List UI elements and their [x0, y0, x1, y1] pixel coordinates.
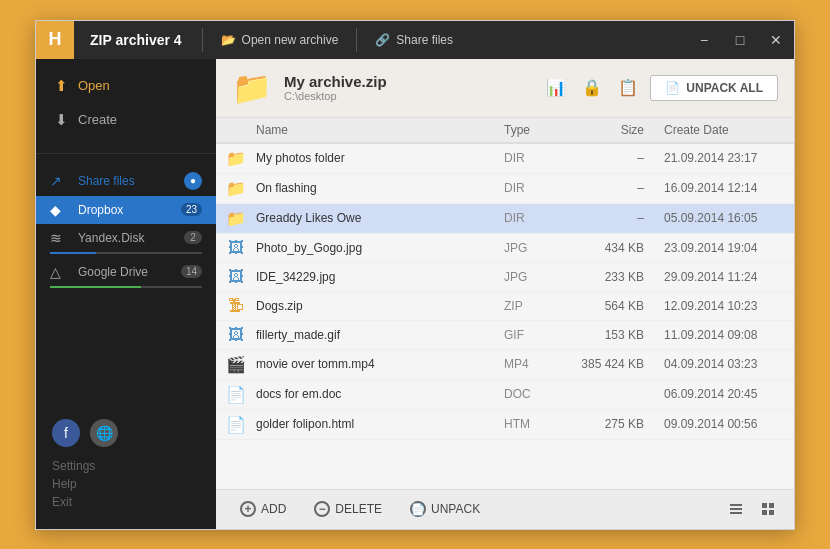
file-size: – [574, 181, 654, 195]
stats-icon[interactable]: 📊 [542, 76, 570, 99]
file-date: 09.09.2014 00:56 [654, 417, 794, 431]
table-row[interactable]: 📁Greaddy Likes OweDIR–05.09.2014 16:05 [216, 204, 794, 234]
file-size: 233 KB [574, 270, 654, 284]
file-type: GIF [504, 328, 574, 342]
file-name: movie over tomm.mp4 [256, 357, 504, 371]
table-row[interactable]: 🖼Photo_by_Gogo.jpgJPG434 KB23.09.2014 19… [216, 234, 794, 263]
file-icon-0: 📁 [216, 149, 256, 168]
close-button[interactable]: ✕ [758, 21, 794, 59]
table-row[interactable]: 🖼IDE_34229.jpgJPG233 KB29.09.2014 11:24 [216, 263, 794, 292]
file-name: Dogs.zip [256, 299, 504, 313]
open-new-label: Open new archive [242, 33, 339, 47]
app-title: ZIP archiver 4 [74, 32, 198, 48]
table-row[interactable]: 🖼fillerty_made.gifGIF153 KB11.09.2014 09… [216, 321, 794, 350]
archive-folder-icon: 📁 [232, 69, 272, 107]
svg-rect-5 [762, 510, 767, 515]
file-name: docs for em.doc [256, 387, 504, 401]
svg-rect-1 [730, 508, 742, 510]
file-list: 📁My photos folderDIR–21.09.2014 23:17📁On… [216, 144, 794, 489]
file-type: JPG [504, 241, 574, 255]
file-size: 275 KB [574, 417, 654, 431]
archive-path: C:\desktop [284, 90, 530, 102]
file-date: 16.09.2014 12:14 [654, 181, 794, 195]
settings-link[interactable]: Settings [52, 459, 200, 473]
exit-link[interactable]: Exit [52, 495, 200, 509]
list-view-icon [728, 501, 744, 517]
file-type: JPG [504, 270, 574, 284]
col-header-size: Size [574, 123, 654, 137]
help-link[interactable]: Help [52, 477, 200, 491]
file-size: 153 KB [574, 328, 654, 342]
col-header-date: Create Date [654, 123, 794, 137]
sidebar-links: Settings Help Exit [52, 459, 200, 509]
sidebar-divider1 [36, 153, 216, 154]
file-date: 04.09.2014 03:23 [654, 357, 794, 371]
info-icon[interactable]: 📋 [614, 76, 642, 99]
dropbox-icon: ◆ [50, 202, 72, 218]
sidebar-item-open[interactable]: ⬆ Open [36, 69, 216, 103]
file-type: DIR [504, 181, 574, 195]
add-button[interactable]: + ADD [228, 497, 298, 521]
table-row[interactable]: 📁On flashingDIR–16.09.2014 12:14 [216, 174, 794, 204]
yandex-label: Yandex.Disk [78, 231, 144, 245]
window-controls: − □ ✕ [686, 21, 794, 59]
sidebar-item-google[interactable]: △ Google Drive 14 [36, 258, 216, 286]
unpack-button[interactable]: 📄 UNPACK [398, 497, 492, 521]
open-new-archive-button[interactable]: 📂 Open new archive [207, 21, 353, 59]
file-date: 12.09.2014 10:23 [654, 299, 794, 313]
archive-actions: 📊 🔒 📋 📄 UNPACK ALL [542, 75, 778, 101]
yandex-progress-bar [50, 252, 96, 254]
file-name: golder folipon.html [256, 417, 504, 431]
maximize-button[interactable]: □ [722, 21, 758, 59]
file-type: DIR [504, 211, 574, 225]
table-row[interactable]: 🎬movie over tomm.mp4MP4385 424 KB04.09.2… [216, 350, 794, 380]
table-row[interactable]: 🗜Dogs.zipZIP564 KB12.09.2014 10:23 [216, 292, 794, 321]
unpack-all-button[interactable]: 📄 UNPACK ALL [650, 75, 778, 101]
open-icon: ⬆ [52, 77, 70, 95]
add-label: ADD [261, 502, 286, 516]
file-type: DIR [504, 151, 574, 165]
file-type: HTM [504, 417, 574, 431]
sidebar-item-create[interactable]: ⬇ Create [36, 103, 216, 137]
file-size: – [574, 211, 654, 225]
grid-view-button[interactable] [754, 495, 782, 523]
yandex-progress [50, 252, 202, 254]
delete-button[interactable]: − DELETE [302, 497, 394, 521]
dropbox-label: Dropbox [78, 203, 123, 217]
table-row[interactable]: 📁My photos folderDIR–21.09.2014 23:17 [216, 144, 794, 174]
file-size: 385 424 KB [574, 357, 654, 371]
file-icon-4: 🖼 [216, 268, 256, 286]
facebook-icon[interactable]: f [52, 419, 80, 447]
create-label: Create [78, 112, 117, 127]
file-icon-2: 📁 [216, 209, 256, 228]
grid-view-icon [760, 501, 776, 517]
main-window: H ZIP archiver 4 📂 Open new archive 🔗 Sh… [35, 20, 795, 530]
archive-name: My archive.zip [284, 73, 530, 90]
svg-rect-0 [730, 504, 742, 506]
titlebar-divider [202, 28, 203, 52]
archive-info: My archive.zip C:\desktop [284, 73, 530, 102]
website-icon[interactable]: 🌐 [90, 419, 118, 447]
sidebar-item-dropbox[interactable]: ◆ Dropbox 23 [36, 196, 216, 224]
google-label: Google Drive [78, 265, 148, 279]
unpack-btn-label: UNPACK ALL [686, 81, 763, 95]
file-name: On flashing [256, 181, 504, 195]
list-view-button[interactable] [722, 495, 750, 523]
file-icon-9: 📄 [216, 415, 256, 434]
table-row[interactable]: 📄golder folipon.htmlHTM275 KB09.09.2014 … [216, 410, 794, 440]
col-header-name: Name [216, 123, 504, 137]
sidebar-item-share[interactable]: ↗ Share files ● [36, 166, 216, 196]
col-header-type: Type [504, 123, 574, 137]
file-icon-3: 🖼 [216, 239, 256, 257]
file-name: Photo_by_Gogo.jpg [256, 241, 504, 255]
table-row[interactable]: 📄docs for em.docDOC06.09.2014 20:45 [216, 380, 794, 410]
lock-icon[interactable]: 🔒 [578, 76, 606, 99]
share-active-dot: ● [184, 172, 202, 190]
unpack-label: UNPACK [431, 502, 480, 516]
share-files-button[interactable]: 🔗 Share files [361, 21, 467, 59]
minimize-button[interactable]: − [686, 21, 722, 59]
sidebar-item-yandex[interactable]: ≋ Yandex.Disk 2 [36, 224, 216, 252]
share-label: Share files [396, 33, 453, 47]
unpack-btn-icon: 📄 [665, 81, 680, 95]
app-logo: H [36, 21, 74, 59]
